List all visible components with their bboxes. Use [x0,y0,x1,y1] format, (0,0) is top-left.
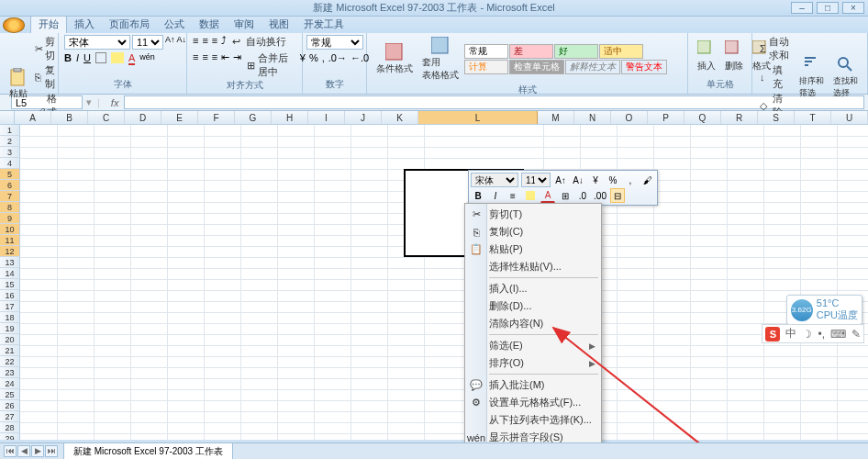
row-header-8[interactable]: 8 [0,202,20,213]
mini-brush[interactable]: 🖌 [640,173,655,187]
mini-shrink-font[interactable]: A↓ [571,173,585,187]
style-explain[interactable]: 解释性文本 [565,60,620,74]
style-check[interactable]: 检查单元格 [509,60,564,74]
tab-dev[interactable]: 开发工具 [296,16,351,33]
number-format-select[interactable]: 常规 [306,35,363,50]
row-header-10[interactable]: 10 [0,224,20,235]
menu-item-14[interactable]: 从下拉列表中选择(K)... [465,411,601,429]
row-header-7[interactable]: 7 [0,191,20,202]
row-header-13[interactable]: 13 [0,257,20,268]
minimize-button[interactable]: – [791,2,813,14]
row-header-28[interactable]: 28 [0,422,20,433]
office-button[interactable] [3,17,25,33]
menu-item-12[interactable]: 💬插入批注(M) [465,376,601,394]
row-header-25[interactable]: 25 [0,389,20,400]
currency-button[interactable]: ¥ [300,52,306,63]
row-header-18[interactable]: 18 [0,312,20,323]
mini-italic[interactable]: I [488,188,503,203]
underline-button[interactable]: U [83,52,91,65]
ime-bar[interactable]: S 中 ☽ •, ⌨ ✎ [762,324,864,343]
align-top-button[interactable]: ≡ [193,35,198,49]
mini-fill-color[interactable] [523,188,538,203]
col-header-H[interactable]: H [272,111,308,124]
col-header-J[interactable]: J [345,111,382,124]
ime-moon-icon[interactable]: ☽ [802,328,812,341]
phonetic-button[interactable]: wén [139,52,155,65]
align-left-button[interactable]: ≡ [193,51,198,79]
align-bot-button[interactable]: ≡ [212,35,217,49]
menu-item-5[interactable]: 插入(I)... [465,280,601,297]
increase-font-button[interactable]: A↑ [165,35,175,50]
align-mid-button[interactable]: ≡ [202,35,207,49]
fx-button[interactable]: fx [106,97,125,108]
mini-align[interactable]: ≡ [506,188,520,203]
mini-currency[interactable]: ¥ [588,173,603,187]
row-header-16[interactable]: 16 [0,290,20,301]
menu-item-10[interactable]: 排序(O)▶ [465,354,601,372]
menu-item-0[interactable]: ✂剪切(T) [465,206,601,223]
sheet-nav-last[interactable]: ⏭ [45,445,58,457]
wrap-button[interactable]: ↩自动换行 [230,35,288,49]
col-header-U[interactable]: U [831,111,868,124]
select-all-corner[interactable] [0,111,15,124]
percent-button[interactable]: % [309,52,318,63]
row-header-9[interactable]: 9 [0,213,20,224]
mini-border[interactable]: ⊞ [558,188,573,203]
row-header-20[interactable]: 20 [0,334,20,345]
col-header-D[interactable]: D [125,111,161,124]
align-right-button[interactable]: ≡ [212,51,217,79]
tab-view[interactable]: 视图 [262,16,296,33]
menu-item-9[interactable]: 筛选(E)▶ [465,337,601,354]
col-header-R[interactable]: R [721,111,758,124]
align-center-button[interactable]: ≡ [202,51,207,79]
style-warn[interactable]: 警告文本 [621,60,667,74]
bold-button[interactable]: B [64,52,72,65]
ime-keyboard-icon[interactable]: ⌨ [830,328,846,341]
col-header-S[interactable]: S [758,111,795,124]
close-button[interactable]: × [842,2,864,14]
tab-review[interactable]: 审阅 [227,16,262,33]
mini-comma[interactable]: , [623,173,638,187]
mini-size-select[interactable]: 11 [521,173,551,187]
find-button[interactable]: 查找和 选择 [829,54,862,101]
font-family-select[interactable]: 宋体 [64,35,130,50]
col-header-L[interactable]: L [418,111,538,124]
menu-item-3[interactable]: 选择性粘贴(V)... [465,258,601,275]
mini-bold[interactable]: B [471,188,485,203]
style-general[interactable]: 常规 [464,44,508,59]
row-header-6[interactable]: 6 [0,180,20,191]
mini-dec-dec[interactable]: .00 [593,188,607,203]
style-neutral[interactable]: 适中 [599,44,643,59]
col-header-E[interactable]: E [161,111,198,124]
col-header-M[interactable]: M [538,111,574,124]
row-header-24[interactable]: 24 [0,378,20,389]
cut-button[interactable]: ✂剪切 [33,35,61,62]
menu-item-7[interactable]: 清除内容(N) [465,315,601,332]
inc-decimal-button[interactable]: .0→ [328,52,347,63]
temp-widget[interactable]: 3.62G 51°C CPU温度 [786,295,862,325]
sum-button[interactable]: Σ自动求和 [758,35,794,62]
ime-settings-icon[interactable]: ✎ [851,328,861,341]
row-header-27[interactable]: 27 [0,411,20,422]
mini-percent[interactable]: % [606,173,620,187]
row-header-23[interactable]: 23 [0,367,20,378]
row-header-3[interactable]: 3 [0,147,20,158]
copy-button[interactable]: ⎘复制 [33,63,61,91]
row-header-21[interactable]: 21 [0,345,20,356]
row-header-12[interactable]: 12 [0,246,20,257]
col-header-G[interactable]: G [235,111,272,124]
col-header-K[interactable]: K [382,111,418,124]
menu-item-13[interactable]: ⚙设置单元格格式(F)... [465,394,601,411]
row-header-2[interactable]: 2 [0,136,20,147]
table-format-button[interactable]: 套用 表格格式 [418,35,462,84]
menu-item-2[interactable]: 📋粘贴(P) [465,241,601,258]
indent-inc-button[interactable]: ⇥ [233,51,241,79]
sheet-nav-first[interactable]: ⏮ [4,445,17,457]
formula-input[interactable] [124,95,864,109]
ime-punct-icon[interactable]: •, [818,328,825,341]
insert-cells-button[interactable]: 插入 [694,39,719,74]
indent-dec-button[interactable]: ⇤ [221,51,229,79]
sheet-nav-next[interactable]: ▶ [31,445,44,457]
tab-data[interactable]: 数据 [192,16,227,33]
col-header-T[interactable]: T [795,111,831,124]
